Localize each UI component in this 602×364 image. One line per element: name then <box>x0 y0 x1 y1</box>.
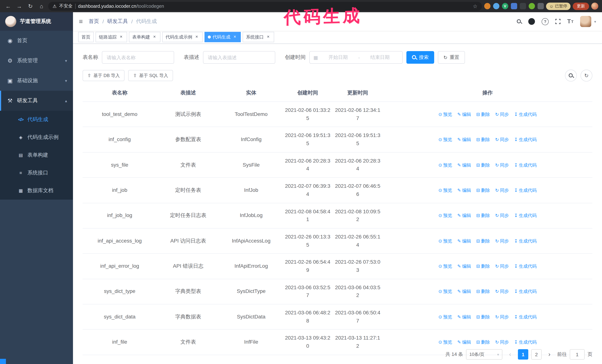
orange-extension[interactable] <box>484 3 491 9</box>
tab-5[interactable]: 系统接口× <box>243 32 274 42</box>
generate-code-link[interactable]: ↧生成代码 <box>514 162 537 168</box>
next-page-button[interactable]: › <box>545 349 554 360</box>
font-size-icon[interactable]: TT <box>567 19 573 24</box>
import-db-button[interactable]: ⇧ 基于 DB 导入 <box>83 70 125 81</box>
table-desc-input[interactable] <box>203 51 275 64</box>
sync-link[interactable]: ↻同步 <box>495 238 509 244</box>
preview-link[interactable]: ⊙预览 <box>439 263 452 270</box>
sync-link[interactable]: ↻同步 <box>495 187 509 194</box>
preview-link[interactable]: ⊙预览 <box>439 111 452 118</box>
delete-link[interactable]: ⊟删除 <box>476 187 490 194</box>
page-button-1[interactable]: 1 <box>518 349 528 360</box>
sync-link[interactable]: ↻同步 <box>495 212 509 219</box>
generate-code-link[interactable]: ↧生成代码 <box>514 136 537 143</box>
prev-page-button[interactable]: ‹ <box>505 349 515 360</box>
delete-link[interactable]: ⊟删除 <box>476 314 490 321</box>
edit-link[interactable]: ✎编辑 <box>457 187 471 194</box>
preview-link[interactable]: ⊙预览 <box>439 314 452 321</box>
close-icon[interactable]: × <box>152 34 157 40</box>
generate-code-link[interactable]: ↧生成代码 <box>514 339 537 346</box>
generate-code-link[interactable]: ↧生成代码 <box>514 288 537 295</box>
preview-link[interactable]: ⊙预览 <box>439 136 452 143</box>
puzzle-extension[interactable] <box>538 3 544 9</box>
close-icon[interactable]: × <box>118 34 124 40</box>
github-icon[interactable] <box>528 18 535 25</box>
generate-code-link[interactable]: ↧生成代码 <box>514 238 537 244</box>
edit-link[interactable]: ✎编辑 <box>457 136 471 143</box>
home-button[interactable]: ⌂ <box>37 3 46 9</box>
sync-link[interactable]: ↻同步 <box>495 314 509 321</box>
sidebar-subitem-4[interactable]: ▦数据库文档 <box>0 182 73 200</box>
sidebar-item-3[interactable]: ⚒研发工具▴ <box>0 91 73 111</box>
sidebar-subitem-0[interactable]: </>代码生成 <box>0 111 73 128</box>
dark-extension[interactable] <box>520 3 526 9</box>
date-range-picker[interactable]: ▦ 开始日期 - 结束日期 <box>309 51 403 64</box>
reset-button[interactable]: ↻ 重置 <box>438 51 465 64</box>
preview-link[interactable]: ⊙预览 <box>439 238 452 244</box>
sidebar-item-1[interactable]: ⚙系统管理▾ <box>0 51 73 71</box>
sidebar-subitem-3[interactable]: ≡系统接口 <box>0 164 73 182</box>
forward-button[interactable]: → <box>15 3 24 9</box>
toggle-search-button[interactable] <box>565 70 577 82</box>
search-button[interactable]: 搜索 <box>406 51 434 64</box>
paused-badge[interactable]: ☺ 已暂停 <box>546 2 570 10</box>
import-sql-button[interactable]: ⇧ 基于 SQL 导入 <box>128 70 173 81</box>
table-name-input[interactable] <box>102 51 174 64</box>
tab-2[interactable]: 表单构建× <box>129 32 161 42</box>
edit-link[interactable]: ✎编辑 <box>457 162 471 168</box>
sync-link[interactable]: ↻同步 <box>495 162 509 168</box>
help-icon[interactable]: ? <box>542 18 549 25</box>
reload-button[interactable]: ↻ <box>26 3 35 10</box>
edit-link[interactable]: ✎编辑 <box>457 314 471 321</box>
delete-link[interactable]: ⊟删除 <box>476 162 490 168</box>
preview-link[interactable]: ⊙预览 <box>439 187 452 194</box>
preview-link[interactable]: ⊙预览 <box>439 162 452 168</box>
preview-link[interactable]: ⊙预览 <box>439 212 452 219</box>
delete-link[interactable]: ⊟删除 <box>476 288 490 295</box>
blue-drop-extension[interactable] <box>493 3 499 9</box>
preview-link[interactable]: ⊙预览 <box>439 288 452 295</box>
update-button[interactable]: 更新 <box>573 2 589 10</box>
people-grid-extension[interactable] <box>511 3 517 9</box>
green-verify-extension[interactable]: V <box>502 3 508 9</box>
tab-0[interactable]: 首页 <box>78 32 94 42</box>
address-bar[interactable]: ⚠ 不安全 dashboard.yudao.iocoder.cn/tool/co… <box>48 2 482 10</box>
tab-3[interactable]: 代码生成示例× <box>162 32 203 42</box>
delete-link[interactable]: ⊟删除 <box>476 212 490 219</box>
edit-link[interactable]: ✎编辑 <box>457 339 471 346</box>
delete-link[interactable]: ⊟删除 <box>476 111 490 118</box>
leaf-extension[interactable] <box>529 3 535 9</box>
edit-link[interactable]: ✎编辑 <box>457 111 471 118</box>
browser-profile-avatar[interactable] <box>591 3 598 10</box>
bookmark-star-icon[interactable]: ☆ <box>473 3 477 9</box>
delete-link[interactable]: ⊟删除 <box>476 238 490 244</box>
generate-code-link[interactable]: ↧生成代码 <box>514 314 537 321</box>
edit-link[interactable]: ✎编辑 <box>457 288 471 295</box>
page-button-2[interactable]: 2 <box>531 349 542 360</box>
generate-code-link[interactable]: ↧生成代码 <box>514 187 537 194</box>
breadcrumb-tools[interactable]: 研发工具 <box>107 18 128 25</box>
sidebar-subitem-2[interactable]: ▤表单构建 <box>0 146 73 164</box>
generate-code-link[interactable]: ↧生成代码 <box>514 263 537 270</box>
sync-link[interactable]: ↻同步 <box>495 339 509 346</box>
app-logo[interactable]: 芋道管理系统 <box>0 12 73 31</box>
sidebar-subitem-1[interactable]: ◈代码生成示例 <box>0 128 73 146</box>
edit-link[interactable]: ✎编辑 <box>457 212 471 219</box>
goto-page-input[interactable] <box>570 349 585 360</box>
header-search-icon[interactable] <box>517 19 522 24</box>
generate-code-link[interactable]: ↧生成代码 <box>514 212 537 219</box>
page-size-select[interactable]: 10条/页 ▾ <box>466 349 502 360</box>
preview-link[interactable]: ⊙预览 <box>439 339 452 346</box>
close-icon[interactable]: × <box>194 34 199 40</box>
back-button[interactable]: ← <box>4 3 13 9</box>
delete-link[interactable]: ⊟删除 <box>476 339 490 346</box>
delete-link[interactable]: ⊟删除 <box>476 136 490 143</box>
close-icon[interactable]: × <box>266 34 271 40</box>
sync-link[interactable]: ↻同步 <box>495 288 509 295</box>
edit-link[interactable]: ✎编辑 <box>457 238 471 244</box>
hamburger-icon[interactable]: ≡ <box>79 18 83 25</box>
fullscreen-icon[interactable] <box>555 19 560 24</box>
sync-link[interactable]: ↻同步 <box>495 263 509 270</box>
sync-link[interactable]: ↻同步 <box>495 136 509 143</box>
user-avatar[interactable] <box>580 16 591 27</box>
